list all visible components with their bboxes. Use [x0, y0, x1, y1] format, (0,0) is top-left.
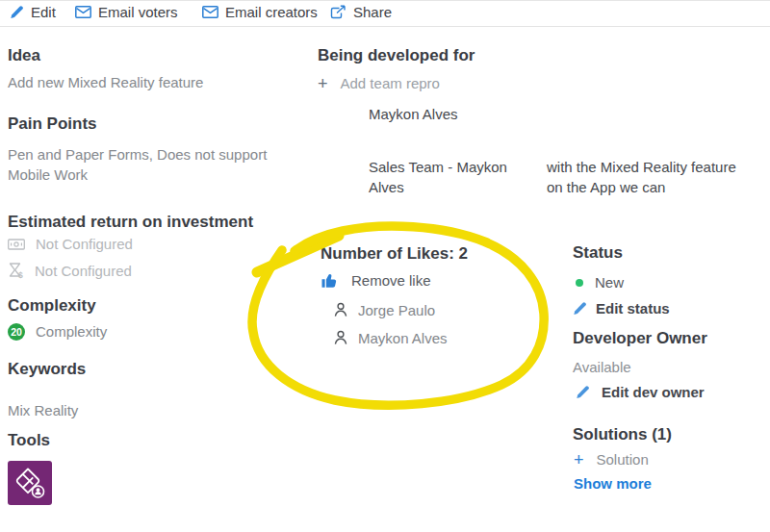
developer-owner-heading: Developer Owner: [573, 329, 707, 348]
roi-heading: Estimated return on investment: [8, 213, 253, 232]
pencil-icon: [573, 301, 587, 316]
edit-label: Edit: [31, 4, 56, 20]
remove-like-label: Remove like: [351, 272, 431, 289]
complexity-row: 20 Complexity: [8, 321, 107, 342]
pencil-icon: [10, 5, 24, 19]
status-value-row: New: [576, 274, 624, 291]
roi-money-row: Not Configured: [8, 236, 133, 252]
solutions-heading: Solutions (1): [573, 425, 672, 444]
idea-heading: Idea: [8, 46, 40, 65]
hourglass-dollar-icon: $: [8, 262, 24, 279]
email-creators-button[interactable]: Email creators: [202, 4, 318, 20]
likes-heading: Number of Likes: 2: [321, 244, 468, 264]
tools-app-tile[interactable]: [8, 461, 52, 505]
share-icon: [330, 5, 346, 19]
edit-status-label: Edit status: [596, 300, 670, 317]
person-icon: [332, 329, 349, 346]
envelope-icon: [202, 6, 218, 18]
like-user-row: Jorge Paulo: [332, 301, 435, 318]
add-team-repro-button[interactable]: + Add team repro: [318, 75, 440, 91]
share-button[interactable]: Share: [330, 4, 392, 20]
svg-text:$: $: [18, 270, 23, 279]
add-solution-button[interactable]: + Solution: [574, 451, 649, 468]
status-green-dot-icon: [576, 279, 583, 287]
plus-icon: +: [318, 76, 328, 91]
like-user-name: Jorge Paulo: [358, 302, 435, 318]
banknote-icon: [8, 238, 25, 251]
team-row-name: Sales Team - Maykon Alves: [369, 157, 534, 197]
idea-text: Add new Mixed Reality feature: [8, 72, 296, 92]
like-user-name: Maykon Alves: [358, 330, 448, 346]
idea-detail-page: Edit Email voters Email creators Share I…: [0, 0, 770, 532]
pain-points-heading: Pain Points: [8, 114, 97, 134]
tools-heading: Tools: [8, 431, 50, 450]
share-label: Share: [353, 4, 392, 20]
keywords-heading: Keywords: [8, 360, 86, 379]
team-row-name: Maykon Alves: [369, 104, 542, 124]
roi-time-row: $ Not Configured: [8, 262, 132, 279]
show-more-link[interactable]: Show more: [574, 475, 652, 492]
command-bar: Edit Email voters Email creators Share: [0, 0, 770, 27]
roi-time-value: Not Configured: [35, 263, 132, 279]
developed-for-heading: Being developed for: [318, 46, 475, 65]
add-team-repro-label: Add team repro: [341, 75, 440, 91]
pencil-icon: [576, 385, 590, 399]
status-heading: Status: [573, 243, 623, 263]
powerapps-tile-icon: [8, 461, 52, 505]
add-solution-label: Solution: [597, 451, 649, 468]
remove-like-button[interactable]: Remove like: [321, 271, 431, 290]
like-user-row: Maykon Alves: [332, 329, 448, 346]
person-icon: [332, 301, 349, 318]
complexity-label: Complexity: [36, 321, 107, 342]
email-voters-label: Email voters: [98, 4, 178, 20]
complexity-heading: Complexity: [8, 296, 96, 316]
edit-dev-owner-label: Edit dev owner: [602, 384, 705, 400]
keywords-text: Mix Reality: [8, 400, 78, 420]
edit-status-button[interactable]: Edit status: [573, 300, 670, 317]
plus-icon: +: [574, 452, 584, 468]
status-value: New: [595, 274, 624, 291]
complexity-badge: 20: [8, 323, 25, 341]
thumbs-up-icon: [321, 271, 340, 290]
edit-dev-owner-button[interactable]: Edit dev owner: [576, 384, 705, 400]
pain-points-text: Pen and Paper Forms, Does not support Mo…: [8, 144, 298, 185]
envelope-icon: [75, 6, 91, 18]
team-row-note: with the Mixed Reality feature on the Ap…: [547, 157, 744, 197]
roi-money-value: Not Configured: [36, 236, 133, 252]
email-voters-button[interactable]: Email voters: [75, 4, 178, 20]
edit-button[interactable]: Edit: [10, 4, 56, 20]
email-creators-label: Email creators: [225, 4, 318, 20]
developer-owner-value: Available: [573, 359, 631, 375]
